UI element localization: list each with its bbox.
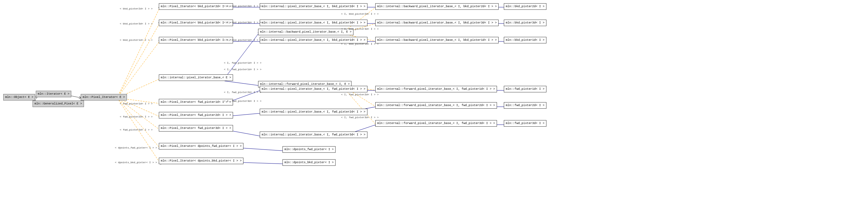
svg-line-4 [70,96,81,98]
node-pi-bkd1d: mln::Pixel_Iterator< bkd_pixter1d< I > > [159,37,233,44]
node-fpi-fwd1d: mln::internal::forward_pixel_iterator_ba… [375,86,497,92]
svg-line-6 [117,8,159,98]
label-bkd2d: < bkd_pixter2d< I > > [120,7,153,10]
node-pib-fwd3d: mln::internal::pixel_iterator_base_< I, … [260,131,367,138]
node-pib-fwd2d: mln::internal::pixel_iterator_base_< I, … [260,109,367,115]
node-fpi-fwd2d: mln::internal::forward_pixel_iterator_ba… [375,102,497,109]
node-object: mln::Object< E > [3,94,35,101]
label-i-bkd3d: < I, bkd_pixter3d< I > > [224,21,261,24]
label-dpts-fwd: < dpoints_fwd_pixter< I > > [115,146,157,149]
node-pi-fwd3d: mln::Pixel_Iterator< fwd_pixter3d< I > > [159,125,233,131]
node-fwd-pixter2d: mln::fwd_pixter2d< I > [504,102,547,109]
node-pi-fwd2d: mln::Pixel_Iterator< fwd_pixter2d< I > > [159,112,233,119]
svg-line-19 [224,81,259,85]
node-pi-dpts-bkd: mln::Pixel_Iterator< dpoints_bkd_pixter<… [159,158,243,164]
label-i-fwd1d-b: < I, fwd_pixter1d< I > > [224,68,261,71]
label-fwd2d-2: < I, fwd_pixter2d< I > > [341,93,378,96]
node-pi-fwd1d: mln::Pixel_Iterator< fwd_pixter1d< I > > [159,99,233,105]
label-i-bkd2d: < I, bkd_pixter2d< I > > [224,5,261,7]
node-bpi-bkd2d: mln::internal::backward_pixel_iterator_b… [375,3,499,10]
node-pib-bkd2d: mln::internal::pixel_iterator_base_< I, … [260,3,367,10]
node-bpi-bkd3d: mln::internal::backward_pixel_iterator_b… [375,20,499,26]
label-fwd3d-2: < I, fwd_pixter3d< I > > [341,116,378,119]
label-fwd1d: < fwd_pixter1d< I > > [120,102,153,105]
label-fwd3d: < fwd_pixter3d< I > > [120,128,153,131]
label-bkd1d: < bkd_pixter1d< I > > [120,39,153,42]
node-pixel-iterator: mln::Pixel_Iterator< E > [81,94,127,101]
diagram-arrows [0,0,868,203]
node-pib-bkd3d: mln::internal::pixel_iterator_base_< I, … [260,20,367,26]
node-bkd-pixter2d: mln::bkd_pixter2d< I > [504,3,547,10]
diagram-container: mln::Object< E > mln::Iterator< E > mln:… [0,0,868,203]
label-bkd1d-2: < I, bkd_pixter1d< I > > [341,43,378,45]
label-dpts-bkd: < dpoints_bkd_pixter< I > > [115,161,157,164]
svg-line-11 [117,98,159,117]
node-iterator: mln::Iterator< E > [36,91,71,97]
label-bkd2d-2: < I, bkd_pixter2d< I > > [341,12,378,15]
node-bkd-pixter1d: mln::bkd_pixter1d< I > [504,37,547,44]
node-pib-fwd1d: mln::internal::pixel_iterator_base_< I, … [260,86,367,92]
label-i-fwd3d: < I, fwd_pixter3d< I > > [224,100,261,102]
node-fwd-pixter3d: mln::fwd_pixter3d< I > [504,120,547,127]
label-i-bkd1d: < I, bkd_pixter1d< I > > [224,39,261,42]
node-bkd-pixter3d: mln::bkd_pixter3d< I > [504,20,547,26]
node-fwd-pixter1d: mln::fwd_pixter1d< I > [504,86,547,92]
node-dpts-fwd: mln::dpoints_fwd_pixter< I > [282,146,336,153]
node-pi-bkd2d: mln::Pixel_Iterator< bkd_pixter2d< I > > [159,3,233,10]
label-bkd3d: < bkd_pixter3d< I > > [120,22,153,25]
svg-line-7 [117,24,159,98]
node-fpi-fwd3d: mln::internal::forward_pixel_iterator_ba… [375,120,497,127]
node-pi-bkd3d: mln::Pixel_Iterator< bkd_pixter3d< I > > [159,20,233,26]
label-i-fwd1d-a: < I, fwd_pixter1d< I > > [224,61,261,64]
node-gen-pixel: mln::Generalized_Pixel< E > [33,101,84,107]
label-fwd2d: < fwd_pixter2d< I > > [120,115,153,118]
node-bpi-base-e: mln::internal::backward_pixel_iterator_b… [258,29,353,35]
node-pi-base-e: mln::internal::pixel_iterator_base_< E > [159,74,233,81]
svg-line-8 [117,42,159,98]
node-pi-dpts-fwd: mln::Pixel_Iterator< dpoints_fwd_pixter<… [159,143,243,150]
node-dpts-bkd: mln::dpoints_bkd_pixter< I > [282,159,336,166]
label-bkd3d-2: < I, bkd_pixter3d< I > > [341,27,378,30]
label-i-fwd2d: < I, fwd_pixter2d< I > > [224,91,261,94]
svg-line-13 [117,98,159,148]
node-bpi-bkd1d: mln::internal::backward_pixel_iterator_b… [375,37,499,44]
